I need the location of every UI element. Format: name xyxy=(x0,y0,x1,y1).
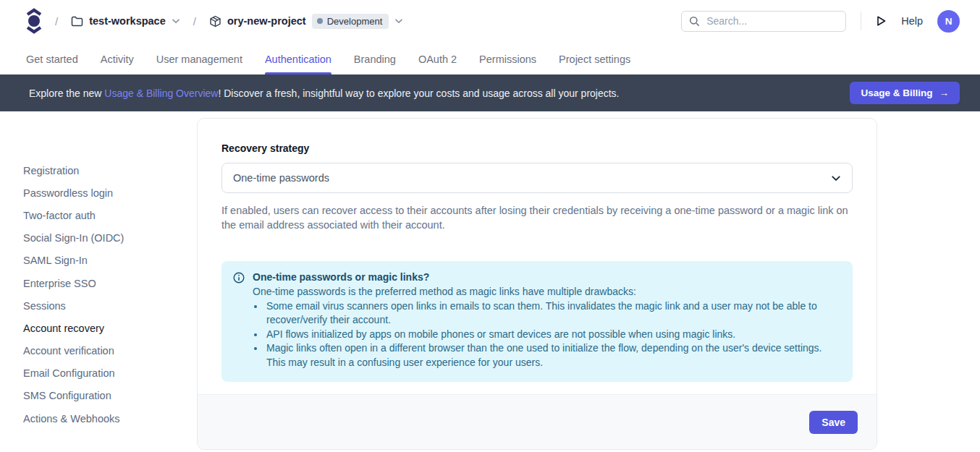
sidenav-item-account-verification[interactable]: Account verification xyxy=(23,340,197,362)
breadcrumb: / test-workspace / ory-new- xyxy=(26,8,403,34)
tab-branding[interactable]: Branding xyxy=(354,54,396,74)
chevron-down-icon xyxy=(831,175,841,182)
folder-icon xyxy=(71,16,83,27)
usage-billing-banner: Explore the new Usage & Billing Overview… xyxy=(0,74,980,111)
sidenav-item-social-sign-in[interactable]: Social Sign-In (OIDC) xyxy=(23,227,197,250)
content-area: Registration Passwordless login Two-fact… xyxy=(0,111,980,450)
recovery-settings-form: Recovery strategy One-time passwords If … xyxy=(198,119,876,394)
breadcrumb-separator: / xyxy=(193,15,196,27)
search-icon xyxy=(689,16,700,27)
sidenav-item-registration[interactable]: Registration xyxy=(23,159,197,182)
tab-user-management[interactable]: User management xyxy=(156,54,242,74)
recovery-strategy-select[interactable]: One-time passwords xyxy=(221,163,853,193)
run-icon[interactable] xyxy=(876,15,887,27)
topbar: / test-workspace / ory-new- xyxy=(0,0,980,42)
card-footer: Save xyxy=(198,394,876,449)
ory-logo-icon[interactable] xyxy=(26,8,42,34)
account-recovery-card: Recovery strategy One-time passwords If … xyxy=(197,118,877,450)
usage-billing-button[interactable]: Usage & Billing → xyxy=(850,82,960,104)
info-bullet: Some email virus scanners open links in … xyxy=(265,299,838,328)
environment-badge: Development xyxy=(312,14,389,29)
topbar-divider xyxy=(861,12,861,30)
recovery-strategy-value: One-time passwords xyxy=(233,172,329,184)
sidenav-item-actions-webhooks[interactable]: Actions & Webhooks xyxy=(23,407,197,430)
sidenav-item-email-configuration[interactable]: Email Configuration xyxy=(23,362,197,385)
info-box-list: Some email virus scanners open links in … xyxy=(265,299,838,370)
info-bullet: Magic links often open in a different br… xyxy=(265,341,838,370)
search-input[interactable] xyxy=(706,15,838,27)
sidenav-item-sms-configuration[interactable]: SMS Configuration xyxy=(23,385,197,407)
banner-message: Explore the new Usage & Billing Overview… xyxy=(29,88,620,99)
tab-oauth2[interactable]: OAuth 2 xyxy=(418,54,457,74)
banner-text-after: ! Discover a fresh, insightful way to ex… xyxy=(218,88,619,99)
project-name: ory-new-project xyxy=(227,15,306,27)
tab-authentication[interactable]: Authentication xyxy=(265,54,331,74)
info-box-title: One-time passwords or magic links? xyxy=(253,270,838,284)
sidenav-item-sessions[interactable]: Sessions xyxy=(23,294,197,317)
save-button[interactable]: Save xyxy=(809,411,858,434)
info-box-content: One-time passwords or magic links? One-t… xyxy=(253,270,838,370)
info-box: One-time passwords or magic links? One-t… xyxy=(221,261,853,382)
environment-label: Development xyxy=(327,16,383,27)
workspace-selector[interactable]: test-workspace xyxy=(71,15,180,27)
arrow-right-icon: → xyxy=(939,88,950,98)
sidenav-item-passwordless-login[interactable]: Passwordless login xyxy=(23,182,197,204)
usage-billing-button-label: Usage & Billing xyxy=(861,88,932,98)
tab-project-settings[interactable]: Project settings xyxy=(559,54,630,74)
usage-billing-overview-link[interactable]: Usage & Billing Overview xyxy=(104,88,218,99)
help-link[interactable]: Help xyxy=(901,15,923,27)
recovery-strategy-label: Recovery strategy xyxy=(221,142,853,154)
tab-get-started[interactable]: Get started xyxy=(26,54,78,74)
recovery-strategy-description: If enabled, users can recover access to … xyxy=(221,203,853,232)
package-icon xyxy=(209,15,221,27)
avatar[interactable]: N xyxy=(937,10,960,33)
search-box[interactable] xyxy=(681,11,846,32)
info-box-intro: One-time passwords is the preferred meth… xyxy=(253,285,838,299)
project-selector[interactable]: ory-new-project Development xyxy=(209,14,403,29)
environment-dot-icon xyxy=(317,18,323,24)
sidenav-item-account-recovery[interactable]: Account recovery xyxy=(23,317,197,339)
sidenav-item-two-factor-auth[interactable]: Two-factor auth xyxy=(23,204,197,226)
chevron-down-icon xyxy=(172,18,180,24)
breadcrumb-separator: / xyxy=(55,15,58,27)
info-icon xyxy=(233,270,245,370)
sidenav-item-saml-sign-in[interactable]: SAML Sign-In xyxy=(23,250,197,272)
tab-permissions[interactable]: Permissions xyxy=(479,54,536,74)
workspace-name: test-workspace xyxy=(89,15,166,27)
project-tabs: Get started Activity User management Aut… xyxy=(0,42,980,74)
authentication-sidenav: Registration Passwordless login Two-fact… xyxy=(0,111,197,430)
tab-activity[interactable]: Activity xyxy=(101,54,134,74)
sidenav-item-enterprise-sso[interactable]: Enterprise SSO xyxy=(23,272,197,294)
chevron-down-icon xyxy=(394,18,403,24)
topbar-actions: Help N xyxy=(681,10,960,33)
banner-text-before: Explore the new xyxy=(29,88,104,99)
info-bullet: API flows initialized by apps on mobile … xyxy=(265,328,838,342)
